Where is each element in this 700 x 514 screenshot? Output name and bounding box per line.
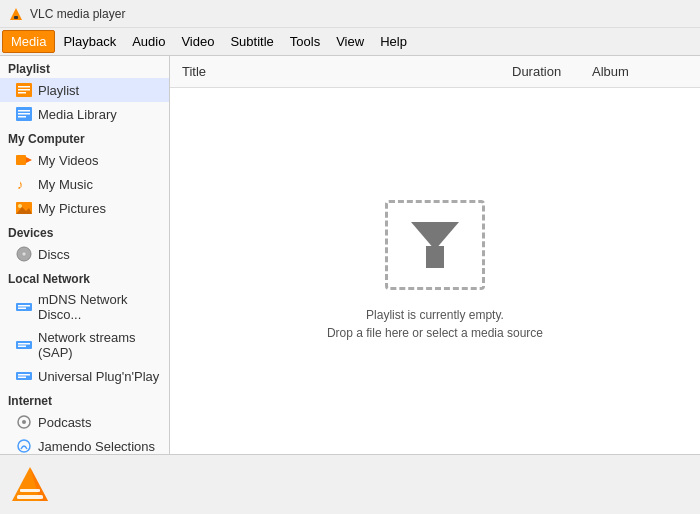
col-title: Title (178, 64, 512, 79)
svg-rect-10 (16, 155, 26, 165)
sidebar-item-jamendo[interactable]: Jamendo Selections (0, 434, 169, 454)
sidebar-item-media-library-label: Media Library (38, 107, 117, 122)
svg-rect-26 (18, 377, 26, 379)
sidebar-item-podcasts-label: Podcasts (38, 415, 91, 430)
sidebar-item-discs-label: Discs (38, 247, 70, 262)
svg-rect-8 (18, 113, 30, 115)
menu-subtitle[interactable]: Subtitle (222, 31, 281, 52)
sidebar-item-my-music-label: My Music (38, 177, 93, 192)
title-bar-text: VLC media player (30, 7, 125, 21)
main-content: Playlist Playlist Med (0, 56, 700, 454)
drop-arrow-shape (411, 222, 459, 268)
menu-playback[interactable]: Playback (55, 31, 124, 52)
sidebar-item-playlist-label: Playlist (38, 83, 79, 98)
title-bar: VLC media player (0, 0, 700, 28)
svg-rect-3 (18, 86, 30, 88)
svg-rect-9 (18, 116, 26, 118)
svg-rect-24 (16, 372, 32, 380)
svg-rect-33 (17, 495, 43, 499)
media-library-icon (16, 106, 32, 122)
menu-bar: Media Playback Audio Video Subtitle Tool… (0, 28, 700, 56)
content-header: Title Duration Album (170, 56, 700, 88)
sidebar-item-my-music[interactable]: ♪ My Music (0, 172, 169, 196)
playlist-icon (16, 82, 32, 98)
svg-rect-22 (18, 343, 30, 345)
menu-audio[interactable]: Audio (124, 31, 173, 52)
svg-text:♪: ♪ (17, 177, 24, 191)
menu-media[interactable]: Media (2, 30, 55, 53)
sidebar-section-devices: Devices (0, 220, 169, 242)
arrow-stem (426, 246, 444, 268)
sidebar-item-my-videos[interactable]: My Videos (0, 148, 169, 172)
drop-text: Playlist is currently empty. Drop a file… (327, 306, 543, 342)
vlc-logo (8, 463, 52, 507)
vlc-title-icon (8, 6, 24, 22)
svg-rect-1 (14, 16, 18, 19)
svg-rect-20 (18, 308, 26, 310)
my-videos-icon (16, 152, 32, 168)
sidebar-item-universal-plug[interactable]: Universal Plug'n'Play (0, 364, 169, 388)
drop-box (385, 200, 485, 290)
col-duration: Duration (512, 64, 592, 79)
svg-rect-19 (18, 305, 30, 307)
sidebar-section-computer: My Computer (0, 126, 169, 148)
bottom-bar (0, 454, 700, 514)
drop-text-line2: Drop a file here or select a media sourc… (327, 324, 543, 342)
svg-rect-25 (18, 374, 30, 376)
discs-icon (16, 246, 32, 262)
my-pictures-icon (16, 200, 32, 216)
svg-point-17 (22, 252, 26, 256)
sidebar-item-playlist[interactable]: Playlist (0, 78, 169, 102)
mdns-icon (16, 299, 32, 315)
sidebar-item-my-pictures[interactable]: My Pictures (0, 196, 169, 220)
sidebar-item-media-library[interactable]: Media Library (0, 102, 169, 126)
svg-rect-5 (18, 92, 26, 94)
sidebar-item-universal-plug-label: Universal Plug'n'Play (38, 369, 159, 384)
sidebar-item-jamendo-label: Jamendo Selections (38, 439, 155, 454)
menu-tools[interactable]: Tools (282, 31, 328, 52)
drop-area: Playlist is currently empty. Drop a file… (327, 200, 543, 342)
svg-point-28 (22, 420, 26, 424)
svg-point-14 (18, 204, 22, 208)
sidebar-section-local-network: Local Network (0, 266, 169, 288)
svg-rect-23 (18, 346, 26, 348)
sidebar-item-discs[interactable]: Discs (0, 242, 169, 266)
my-music-icon: ♪ (16, 176, 32, 192)
menu-video[interactable]: Video (173, 31, 222, 52)
sidebar-item-network-streams[interactable]: Network streams (SAP) (0, 326, 169, 364)
menu-view[interactable]: View (328, 31, 372, 52)
podcasts-icon (16, 414, 32, 430)
svg-rect-18 (16, 303, 32, 311)
sidebar-item-mdns-label: mDNS Network Disco... (38, 292, 161, 322)
sidebar-item-podcasts[interactable]: Podcasts (0, 410, 169, 434)
svg-rect-4 (18, 89, 30, 91)
sidebar-section-playlist: Playlist (0, 56, 169, 78)
svg-marker-11 (26, 157, 32, 163)
content-body: Playlist is currently empty. Drop a file… (170, 88, 700, 454)
svg-rect-7 (18, 110, 30, 112)
sidebar-item-my-pictures-label: My Pictures (38, 201, 106, 216)
col-album: Album (592, 64, 692, 79)
sidebar-item-mdns[interactable]: mDNS Network Disco... (0, 288, 169, 326)
universal-plug-icon (16, 368, 32, 384)
svg-rect-32 (20, 489, 40, 492)
drop-text-line1: Playlist is currently empty. (327, 306, 543, 324)
sidebar-section-internet: Internet (0, 388, 169, 410)
sidebar-item-network-streams-label: Network streams (SAP) (38, 330, 161, 360)
menu-help[interactable]: Help (372, 31, 415, 52)
content-pane: Title Duration Album Playlist is current… (170, 56, 700, 454)
sidebar-item-my-videos-label: My Videos (38, 153, 98, 168)
sidebar: Playlist Playlist Med (0, 56, 170, 454)
jamendo-icon (16, 438, 32, 454)
network-streams-icon (16, 337, 32, 353)
svg-rect-21 (16, 341, 32, 349)
